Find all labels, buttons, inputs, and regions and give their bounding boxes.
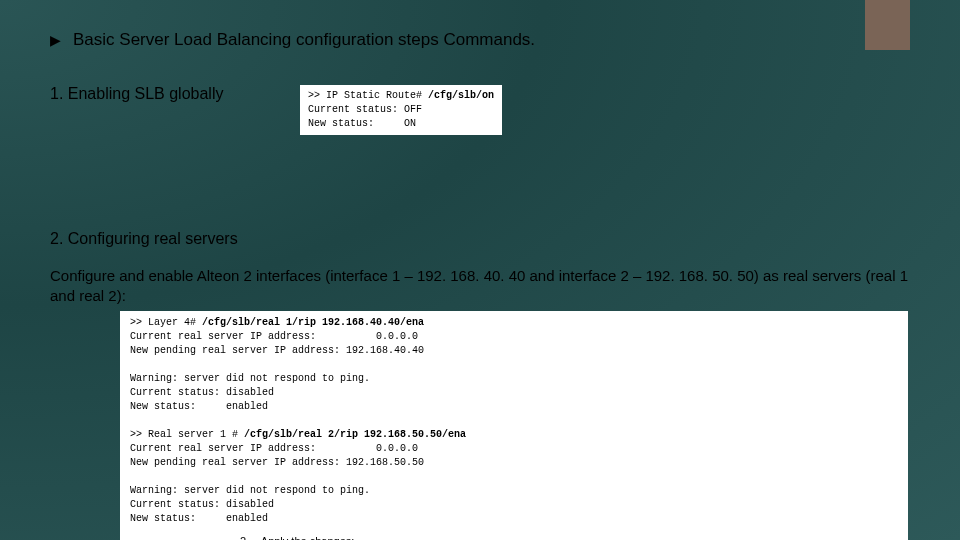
code-text: New pending real server IP address: 192.… (130, 345, 424, 356)
step1-row: 1. Enabling SLB globally >> IP Static Ro… (50, 85, 910, 135)
code-text: Current status: disabled (130, 387, 274, 398)
code-text: Warning: server did not respond to ping. (130, 485, 370, 496)
code-text: >> Real server 1 # (130, 429, 244, 440)
code-text: >> IP Static Route# (308, 90, 428, 101)
slide-content: ▶ Basic Server Load Balancing configurat… (0, 0, 960, 540)
step2-label: 2. Configuring real servers (50, 230, 910, 248)
code-text: New status: ON (308, 118, 416, 129)
step2-description: Configure and enable Alteon 2 interfaces… (50, 266, 910, 305)
code-command: /cfg/slb/on (428, 90, 494, 101)
code-text: Current status: disabled (130, 499, 274, 510)
code-text: Warning: server did not respond to ping. (130, 373, 370, 384)
code-command: /cfg/slb/real 2/rip 192.168.50.50/ena (244, 429, 466, 440)
code-text: New status: enabled (130, 401, 268, 412)
code-text: New status: enabled (130, 513, 268, 524)
accent-bar (865, 0, 910, 50)
step1-label: 1. Enabling SLB globally (50, 85, 300, 103)
step1-code-block: >> IP Static Route# /cfg/slb/on Current … (300, 85, 502, 135)
step2-code-block: >> Layer 4# /cfg/slb/real 1/rip 192.168.… (120, 311, 908, 540)
code-text: >> Layer 4# (130, 317, 202, 328)
title-row: ▶ Basic Server Load Balancing configurat… (50, 30, 910, 50)
code-text: New pending real server IP address: 192.… (130, 457, 424, 468)
slide-title: Basic Server Load Balancing configuratio… (73, 30, 535, 50)
bullet-arrow-icon: ▶ (50, 32, 61, 48)
code-text: Current real server IP address: 0.0.0.0 (130, 331, 418, 342)
code-text: Current real server IP address: 0.0.0.0 (130, 443, 418, 454)
code-command: /cfg/slb/real 1/rip 192.168.40.40/ena (202, 317, 424, 328)
code-text: Current status: OFF (308, 104, 422, 115)
apply-changes-label: 2. Apply the changes: (130, 526, 898, 540)
